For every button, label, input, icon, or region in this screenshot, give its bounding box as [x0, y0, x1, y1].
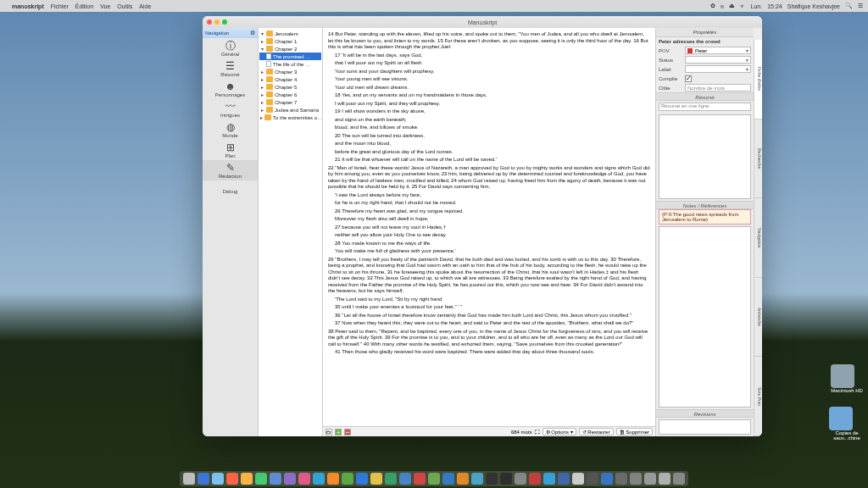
dock-app[interactable] — [659, 473, 670, 485]
dock-app[interactable] — [630, 473, 642, 485]
fullscreen-icon[interactable]: ⛶ — [535, 430, 540, 435]
dock-app[interactable] — [457, 473, 469, 485]
dock-app[interactable] — [327, 473, 339, 485]
user-name[interactable]: Shafique Keshavjee — [787, 3, 840, 9]
summary-full-input[interactable] — [659, 114, 751, 199]
sidebar-item-résumé[interactable]: ☰Résumé — [203, 58, 258, 79]
clock-day[interactable]: Lun. — [751, 3, 763, 9]
inspector-tab[interactable]: Recherche — [754, 119, 762, 199]
dock-app[interactable] — [270, 473, 281, 485]
dock-app[interactable] — [529, 473, 541, 485]
desktop-backup-folder[interactable]: Copies de sauv...chine — [829, 407, 865, 441]
notes-reference[interactable]: {P:0:The good news spreads from Jerusale… — [659, 209, 751, 225]
options-button[interactable]: ⚙ Options ▾ — [542, 428, 576, 435]
tree-row[interactable]: ▸Chapter 3 — [259, 68, 321, 75]
dock-app[interactable] — [471, 473, 483, 485]
delete-button[interactable]: 🗑 Supprimer — [616, 428, 653, 435]
tree-row[interactable]: ▸Judea and Samaria — [259, 106, 321, 114]
sidebar-item-général[interactable]: ⓘGénéral — [203, 38, 258, 58]
revisions-list[interactable] — [659, 419, 751, 435]
menu-file[interactable]: Fichier — [51, 3, 69, 9]
tree-row[interactable]: ▾Chapter 2 — [259, 45, 321, 53]
tree-row[interactable]: ▸Chapter 7 — [259, 98, 321, 106]
dock-app[interactable] — [241, 473, 253, 485]
notes-input[interactable] — [659, 226, 751, 408]
tree-row[interactable]: ▸Chapter 6 — [259, 91, 321, 98]
summary-oneline-input[interactable]: Résumé en une ligne — [659, 103, 751, 111]
desktop-hd[interactable]: Macintosh HD — [831, 364, 863, 393]
status-icon[interactable]: ✿ — [710, 3, 715, 9]
app-name[interactable]: manuskript — [12, 3, 44, 9]
dock-app[interactable] — [370, 473, 382, 485]
dock-app[interactable] — [486, 473, 498, 485]
dock-app[interactable] — [673, 473, 685, 485]
dock-app[interactable] — [601, 473, 613, 485]
dock-app[interactable] — [644, 473, 656, 485]
wifi-icon[interactable]: ᯤ — [740, 3, 746, 9]
tree-row[interactable]: ▸To the extremities o… — [259, 114, 321, 121]
dock-app[interactable] — [515, 473, 526, 485]
menu-view[interactable]: Vue — [100, 3, 110, 9]
sidebar-item-plan[interactable]: ⊞Plan — [203, 140, 258, 160]
sidebar-item-debug[interactable]: Debug — [203, 180, 258, 201]
gear-icon[interactable]: ⚙ — [250, 30, 255, 36]
dock-app[interactable] — [198, 473, 209, 485]
menu-tools[interactable]: Outils — [117, 3, 132, 9]
dock-app[interactable] — [414, 473, 426, 485]
remove-item-button[interactable]: − — [344, 429, 351, 435]
menu-edit[interactable]: Édition — [75, 3, 93, 9]
macos-dock[interactable] — [180, 471, 688, 486]
inspector-tab[interactable]: Navigation — [754, 198, 762, 278]
window-titlebar[interactable]: Manuskript — [203, 16, 762, 28]
dock-app[interactable] — [183, 473, 195, 485]
pov-select[interactable]: Peter — [685, 47, 751, 54]
dock-app[interactable] — [587, 473, 598, 485]
status-select[interactable] — [685, 56, 751, 64]
tree-row[interactable]: The promised … — [259, 53, 321, 60]
sidebar-item-intrigues[interactable]: 〰Intrigues — [203, 99, 258, 119]
dock-app[interactable] — [342, 473, 353, 485]
dock-app[interactable] — [313, 473, 325, 485]
scene-title[interactable]: Peter adresses the crowd — [656, 37, 754, 46]
dock-app[interactable] — [442, 473, 454, 485]
dock-app[interactable] — [399, 473, 411, 485]
inspector-tab[interactable]: Snte Prsn — [754, 357, 762, 436]
close-icon[interactable] — [207, 19, 212, 25]
dock-app[interactable] — [428, 473, 440, 485]
sidebar-item-rédaction[interactable]: ✎Rédaction — [203, 160, 258, 180]
target-field[interactable]: Nombre de mots — [685, 84, 751, 92]
tree-row[interactable]: ▾Jerusalem — [259, 30, 321, 37]
status-icon[interactable]: ⏏ — [729, 3, 735, 9]
inspector-tab[interactable]: Fiche d'infos — [754, 40, 762, 119]
maximize-icon[interactable] — [222, 19, 227, 25]
dock-app[interactable] — [385, 473, 397, 485]
notification-icon[interactable]: ☰ — [858, 3, 863, 9]
new-folder-icon[interactable]: 🗀 — [326, 429, 332, 435]
dock-app[interactable] — [212, 473, 224, 485]
restore-button[interactable]: ↺ Restaurer — [579, 428, 614, 435]
dock-app[interactable] — [500, 473, 512, 485]
sidebar-item-monde[interactable]: ◍Monde — [203, 119, 258, 140]
dock-app[interactable] — [255, 473, 267, 485]
clock-time[interactable]: 15:24 — [767, 3, 782, 9]
label-select[interactable] — [685, 65, 751, 73]
tree-row[interactable]: The life of the … — [259, 60, 321, 68]
tree-row[interactable]: ▸Chapter 5 — [259, 83, 321, 91]
dock-app[interactable] — [572, 473, 584, 485]
minimize-icon[interactable] — [214, 19, 220, 25]
dock-app[interactable] — [356, 473, 368, 485]
sidebar-item-personnages[interactable]: ☻Personnages — [203, 79, 258, 99]
menu-help[interactable]: Aide — [139, 3, 151, 9]
dock-app[interactable] — [298, 473, 310, 485]
tree-row[interactable]: ▸Chapter 1 — [259, 37, 321, 45]
inspector-tab[interactable]: Antisèche — [754, 278, 762, 358]
outline-tree[interactable]: ▾Jerusalem▸Chapter 1▾Chapter 2The promis… — [259, 28, 323, 436]
add-item-button[interactable]: + — [335, 429, 342, 435]
status-icon[interactable]: ⎋ — [721, 3, 724, 9]
dock-app[interactable] — [615, 473, 627, 485]
spotlight-icon[interactable]: 🔍 — [845, 3, 853, 9]
document-text[interactable]: 14 But Peter, standing up with the eleve… — [323, 28, 655, 426]
dock-app[interactable] — [284, 473, 296, 485]
tree-row[interactable]: ▸Chapter 4 — [259, 75, 321, 83]
dock-app[interactable] — [543, 473, 555, 485]
